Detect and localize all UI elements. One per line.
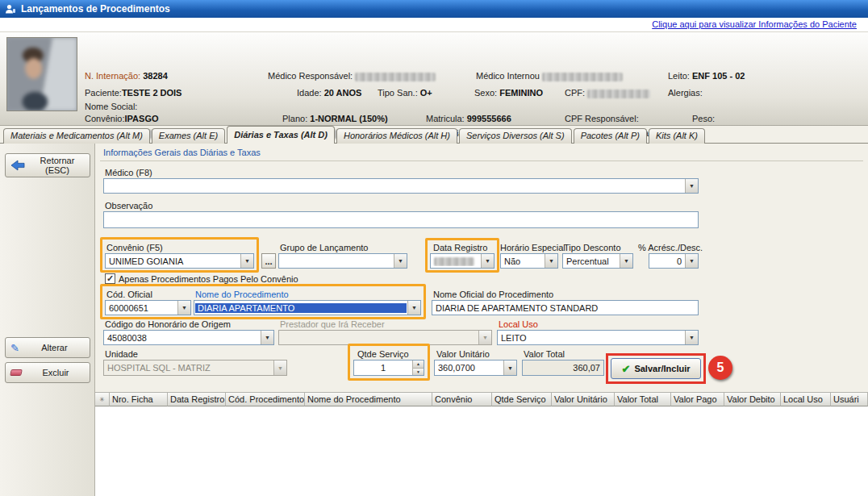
nome-oficial-label: Nome Oficial do Procedimento bbox=[433, 290, 553, 299]
redacted-value bbox=[542, 73, 623, 81]
field-nome-social: Nome Social: bbox=[85, 102, 137, 111]
col-data-registro[interactable]: Data Registro bbox=[168, 392, 226, 406]
local-uso-combobox[interactable]: LEITO ▼ bbox=[497, 330, 699, 345]
grid-indicator-column: ✳ bbox=[95, 392, 110, 406]
salvar-incluir-button[interactable]: ✔ Salvar/Incluir bbox=[611, 358, 701, 379]
col-local-uso[interactable]: Local Uso bbox=[781, 392, 831, 406]
medico-label: Médico (F8) bbox=[105, 168, 152, 177]
col-usuario[interactable]: Usuári bbox=[831, 392, 868, 406]
col-convenio[interactable]: Convênio bbox=[432, 392, 492, 406]
valor-total-label: Valor Total bbox=[524, 349, 565, 359]
col-nome-procedimento[interactable]: Nome do Procedimento bbox=[305, 392, 432, 406]
tab-kits[interactable]: Kits (Alt K) bbox=[649, 128, 705, 144]
browse-convenio-button[interactable]: ... bbox=[261, 253, 276, 269]
spinner-up-icon[interactable]: ▲ bbox=[413, 361, 424, 369]
field-medico-internou: Médico Internou bbox=[476, 71, 623, 81]
spinner-down-icon[interactable]: ▼ bbox=[413, 369, 424, 376]
field-medico-responsavel: Médico Responsável: bbox=[268, 71, 436, 81]
chevron-down-icon[interactable]: ▼ bbox=[620, 254, 632, 268]
valor-unitario-label: Valor Unitário bbox=[436, 349, 490, 359]
tab-honorarios-medicos[interactable]: Honorários Médicos (Alt H) bbox=[336, 128, 457, 144]
chevron-down-icon[interactable]: ▼ bbox=[685, 254, 698, 268]
observacao-label: Observação bbox=[105, 201, 152, 210]
redacted-value bbox=[355, 73, 436, 81]
chevron-down-icon[interactable]: ▼ bbox=[685, 331, 698, 344]
green-check-icon: ✔ bbox=[622, 363, 631, 375]
horario-especial-combobox[interactable]: Não ▼ bbox=[500, 253, 558, 269]
patient-photo bbox=[6, 37, 77, 111]
apenas-pagos-checkbox[interactable]: ✓ bbox=[105, 273, 115, 284]
observacao-input[interactable] bbox=[103, 211, 699, 228]
field-tipo-sanguineo: Tipo San.: O+ bbox=[378, 88, 432, 98]
acresc-desc-label: % Acrésc./Desc. bbox=[638, 243, 703, 252]
chevron-down-icon[interactable]: ▼ bbox=[685, 179, 698, 193]
nome-procedimento-combobox[interactable]: DIARIA APARTAMENTO ▼ bbox=[194, 300, 421, 315]
acresc-desc-combobox[interactable]: 0 ▼ bbox=[649, 253, 699, 269]
field-alergias: Alergias: bbox=[668, 88, 703, 98]
header-link-bar: Clique aqui para visualizar Informações … bbox=[0, 18, 868, 32]
cod-honorario-combobox[interactable]: 45080038 ▼ bbox=[103, 330, 274, 345]
indicator-icon: ✳ bbox=[99, 396, 105, 403]
results-grid-body bbox=[95, 406, 868, 496]
col-cod-procedimento[interactable]: Cód. Procedimento bbox=[226, 392, 305, 406]
patient-info-panel: N. Internação: 38284 Médico Responsável:… bbox=[0, 32, 868, 126]
excluir-button[interactable]: Excluir bbox=[5, 362, 90, 383]
medico-combobox[interactable]: ▼ bbox=[103, 178, 699, 194]
convenio-combobox[interactable]: UNIMED GOIANIA ▼ bbox=[105, 253, 254, 269]
data-registro-combobox[interactable]: ▼ bbox=[430, 253, 495, 269]
valor-total-field: 360,07 bbox=[522, 360, 604, 376]
col-valor-total[interactable]: Valor Total bbox=[615, 392, 671, 406]
unidade-combobox: HOSPITAL SQL - MATRIZ ▼ bbox=[103, 360, 287, 376]
unidade-label: Unidade bbox=[105, 349, 138, 359]
col-valor-debito[interactable]: Valor Debito bbox=[724, 392, 781, 406]
procedure-entry-window: Lançamentos de Procedimentos Clique aqui… bbox=[0, 0, 868, 496]
tipo-desconto-combobox[interactable]: Percentual ▼ bbox=[562, 253, 633, 269]
patient-info-link[interactable]: Clique aqui para visualizar Informações … bbox=[652, 19, 857, 29]
col-valor-unitario[interactable]: Valor Unitário bbox=[552, 392, 615, 406]
app-icon bbox=[5, 3, 16, 15]
step-5-badge: 5 bbox=[708, 356, 732, 380]
eraser-icon bbox=[10, 369, 23, 376]
retornar-button[interactable]: Retornar (ESC) bbox=[5, 153, 90, 177]
local-uso-label: Local Uso bbox=[499, 319, 538, 329]
cod-oficial-label: Cód. Oficial bbox=[106, 290, 152, 299]
action-sidebar: Retornar (ESC) ✎ Alterar Excluir bbox=[0, 144, 95, 496]
field-leito: Leito: ENF 105 - 02 bbox=[668, 71, 745, 81]
field-plano: Plano: 1-NORMAL (150%) bbox=[282, 114, 388, 123]
tab-pacotes[interactable]: Pacotes (Alt P) bbox=[574, 128, 647, 144]
valor-unitario-combobox[interactable]: 360,0700 ▼ bbox=[434, 360, 517, 376]
chevron-down-icon[interactable]: ▼ bbox=[481, 254, 494, 268]
chevron-down-icon[interactable]: ▼ bbox=[545, 254, 557, 268]
cod-oficial-combobox[interactable]: 60000651 ▼ bbox=[105, 300, 191, 315]
qtde-servico-stepper[interactable]: 1 ▲ ▼ bbox=[353, 360, 424, 376]
convenio-label: Convênio (F5) bbox=[106, 243, 163, 252]
col-qtde-servico[interactable]: Qtde Serviço bbox=[492, 392, 552, 406]
window-titlebar[interactable]: Lançamentos de Procedimentos bbox=[0, 0, 868, 18]
nome-procedimento-label: Nome do Procedimento bbox=[195, 290, 289, 299]
tab-diarias-taxas[interactable]: Diárias e Taxas (Alt D) bbox=[227, 126, 335, 144]
tab-strip: Materiais e Medicamentos (Alt M) Exames … bbox=[3, 126, 707, 144]
prestador-combobox: ▼ bbox=[278, 330, 492, 345]
tab-materiais-medicamentos[interactable]: Materiais e Medicamentos (Alt M) bbox=[3, 128, 150, 144]
pencil-icon: ✎ bbox=[10, 342, 19, 354]
chevron-down-icon[interactable]: ▼ bbox=[261, 331, 273, 344]
tab-servicos-diversos[interactable]: Serviços Diversos (Alt S) bbox=[459, 128, 572, 144]
field-cpf-responsavel: CPF Responsável: bbox=[565, 114, 639, 123]
alterar-button[interactable]: ✎ Alterar bbox=[5, 337, 90, 358]
cod-honorario-label: Código do Honorário de Origem bbox=[105, 319, 231, 329]
chevron-down-icon[interactable]: ▼ bbox=[177, 301, 190, 315]
chevron-down-icon[interactable]: ▼ bbox=[394, 254, 407, 268]
checkmark-icon: ✓ bbox=[106, 273, 114, 284]
diarias-taxas-form: Informações Gerais das Diárias e Taxas M… bbox=[95, 144, 868, 392]
col-valor-pago[interactable]: Valor Pago bbox=[671, 392, 724, 406]
tab-exames[interactable]: Exames (Alt E) bbox=[152, 128, 225, 144]
grupo-lancamento-combobox[interactable]: ▼ bbox=[278, 253, 407, 269]
data-registro-label: Data Registro bbox=[433, 243, 487, 252]
chevron-down-icon[interactable]: ▼ bbox=[240, 254, 253, 268]
nome-oficial-input[interactable]: DIARIA DE APARTAMENTO STANDARD bbox=[432, 300, 699, 315]
col-nro-ficha[interactable]: Nro. Ficha bbox=[110, 392, 168, 406]
chevron-down-icon[interactable]: ▼ bbox=[503, 361, 516, 375]
chevron-down-icon: ▼ bbox=[478, 331, 491, 344]
chevron-down-icon[interactable]: ▼ bbox=[407, 301, 420, 315]
results-grid-header: ✳ Nro. Ficha Data Registro Cód. Procedim… bbox=[95, 392, 868, 406]
